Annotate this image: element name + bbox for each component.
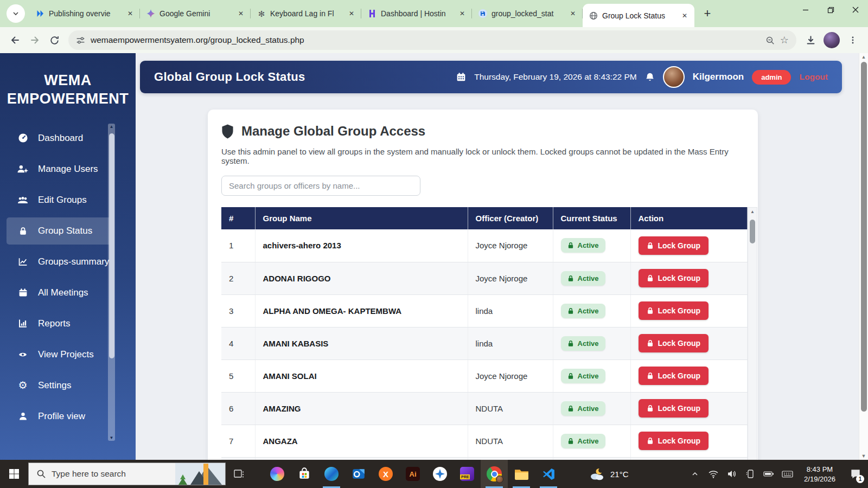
user-avatar[interactable] <box>663 66 685 88</box>
status-badge: Active <box>561 238 605 253</box>
scroll-up-icon[interactable]: ▲ <box>108 124 115 129</box>
group-name: achivers-ahero 2013 <box>255 229 468 262</box>
tab-title: Google Gemini <box>159 9 231 18</box>
chrome-button[interactable] <box>481 460 508 488</box>
scroll-down-icon[interactable]: ▼ <box>859 453 868 459</box>
tab-close-icon[interactable]: ✕ <box>457 8 468 19</box>
logout-link[interactable]: Logout <box>799 72 828 82</box>
scroll-up-icon[interactable]: ▲ <box>859 54 868 60</box>
edge-button[interactable] <box>318 460 345 488</box>
zoom-out-icon[interactable] <box>765 36 775 45</box>
sidebar-item-label: Profile view <box>38 411 85 422</box>
compass-app-button[interactable] <box>426 460 454 488</box>
site-settings-icon[interactable] <box>76 36 85 45</box>
sidebar-item-edit-groups[interactable]: Edit Groups <box>7 187 112 214</box>
sidebar-item-reports[interactable]: Reports <box>7 310 112 337</box>
lock-group-button[interactable]: Lock Group <box>639 236 709 255</box>
scroll-up-icon[interactable]: ▲ <box>748 209 757 214</box>
browser-profile-avatar[interactable] <box>824 32 840 48</box>
taskbar-search[interactable]: Type here to search <box>28 463 226 485</box>
tab-close-icon[interactable]: ✕ <box>235 8 246 19</box>
lock-group-button[interactable]: Lock Group <box>639 334 709 352</box>
sidebar-item-manage-users[interactable]: Manage Users <box>7 156 112 183</box>
tab-close-icon[interactable]: ✕ <box>567 8 578 19</box>
browser-menu-icon[interactable] <box>843 30 863 50</box>
lock-small-icon <box>647 372 654 380</box>
table-scrollbar[interactable]: ▲ <box>748 207 757 460</box>
copilot-button[interactable] <box>264 460 291 488</box>
status-badge: Active <box>561 271 605 286</box>
minimize-button[interactable] <box>793 0 818 20</box>
lock-group-button[interactable]: Lock Group <box>639 301 709 320</box>
close-button[interactable] <box>843 0 868 20</box>
tab-close-icon[interactable]: ✕ <box>346 8 357 19</box>
status-cell: Active <box>553 262 630 294</box>
taskbar-weather[interactable]: 21°C <box>584 460 634 488</box>
lock-group-button[interactable]: Lock Group <box>639 367 709 385</box>
browser-tab[interactable]: Dashboard | Hostin✕ <box>361 0 472 27</box>
hidden-icons-chevron-icon[interactable] <box>686 460 704 488</box>
file-explorer-button[interactable] <box>508 460 535 488</box>
xampp-icon: X <box>379 467 393 481</box>
lock-group-button[interactable]: Lock Group <box>639 269 709 287</box>
new-tab-button[interactable]: + <box>699 5 716 22</box>
browser-tab[interactable]: Group Lock Status✕ <box>583 4 694 27</box>
task-view-button[interactable] <box>226 460 253 488</box>
browser-tab[interactable]: group_locked_stat✕ <box>472 0 583 27</box>
phone-link-icon[interactable] <box>741 460 760 488</box>
search-highlights-art[interactable] <box>175 463 225 485</box>
forward-icon[interactable] <box>25 30 44 50</box>
sidebar-item-dashboard[interactable]: Dashboard <box>7 125 112 152</box>
status-badge: Active <box>561 336 605 351</box>
taskbar-clock[interactable]: 8:43 PM 2/19/2026 <box>796 464 843 484</box>
status-cell: Active <box>553 229 630 262</box>
officer-name: Joyce Njoroge <box>468 262 553 294</box>
downloads-icon[interactable] <box>801 30 820 50</box>
sidebar-scrollbar-thumb[interactable] <box>109 133 114 358</box>
browser-tab[interactable]: Google Gemini✕ <box>140 0 251 27</box>
url-bar[interactable]: wemaempowermentsyatem.org/group_locked_s… <box>68 30 796 50</box>
sidebar-item-settings[interactable]: ⚙Settings <box>7 372 112 399</box>
sidebar-item-view-projects[interactable]: View Projects <box>7 341 112 368</box>
sidebar-item-group-status[interactable]: Group Status <box>7 217 112 245</box>
officer-name: Joyce Njoroge <box>468 359 553 392</box>
file-explorer-icon <box>514 468 529 480</box>
volume-icon[interactable] <box>723 460 741 488</box>
scroll-down-icon[interactable]: ▼ <box>108 435 115 440</box>
table-scrollbar-thumb[interactable] <box>750 220 755 243</box>
sidebar-scrollbar[interactable]: ▲ ▼ <box>108 124 115 441</box>
vscode-button[interactable] <box>535 460 562 488</box>
group-search-input[interactable] <box>221 176 420 196</box>
lock-group-button[interactable]: Lock Group <box>639 399 709 418</box>
premiere-button[interactable]: PRE <box>454 460 481 488</box>
outlook-button[interactable] <box>345 460 372 488</box>
tab-search-chevron-icon[interactable] <box>7 4 25 23</box>
browser-tab[interactable]: Publishing overvie✕ <box>29 0 140 27</box>
sidebar-item-groups-summary[interactable]: Groups-summary <box>7 248 112 275</box>
store-button[interactable] <box>291 460 318 488</box>
action-center-button[interactable]: 1 <box>843 460 868 488</box>
sidebar-item-all-meetings[interactable]: All Meetings <box>7 279 112 306</box>
browser-scrollbar-thumb[interactable] <box>861 62 867 412</box>
sidebar-item-profile-view[interactable]: Profile view <box>7 403 112 430</box>
start-button[interactable] <box>0 460 28 488</box>
status-badge: Active <box>561 369 605 383</box>
back-icon[interactable] <box>5 30 25 50</box>
browser-tab[interactable]: ✻Keyboard Lag in Fl✕ <box>251 0 361 27</box>
lock-group-button[interactable]: Lock Group <box>639 432 709 450</box>
page-title: Global Group Lock Status <box>154 70 305 84</box>
xampp-button[interactable]: X <box>372 460 399 488</box>
tab-close-icon[interactable]: ✕ <box>679 10 690 21</box>
browser-scrollbar[interactable]: ▲ ▼ <box>859 53 868 460</box>
touch-keyboard-icon[interactable] <box>778 460 796 488</box>
tab-close-icon[interactable]: ✕ <box>125 8 136 19</box>
wifi-icon[interactable] <box>704 460 723 488</box>
reload-icon[interactable] <box>44 30 64 50</box>
column-header: Current Status <box>553 207 630 229</box>
restore-button[interactable] <box>818 0 843 20</box>
bell-icon[interactable] <box>645 72 655 82</box>
battery-icon[interactable] <box>760 460 778 488</box>
illustrator-button[interactable]: Ai <box>399 460 426 488</box>
bookmark-star-icon[interactable]: ☆ <box>780 34 789 46</box>
status-label: Active <box>578 307 599 315</box>
